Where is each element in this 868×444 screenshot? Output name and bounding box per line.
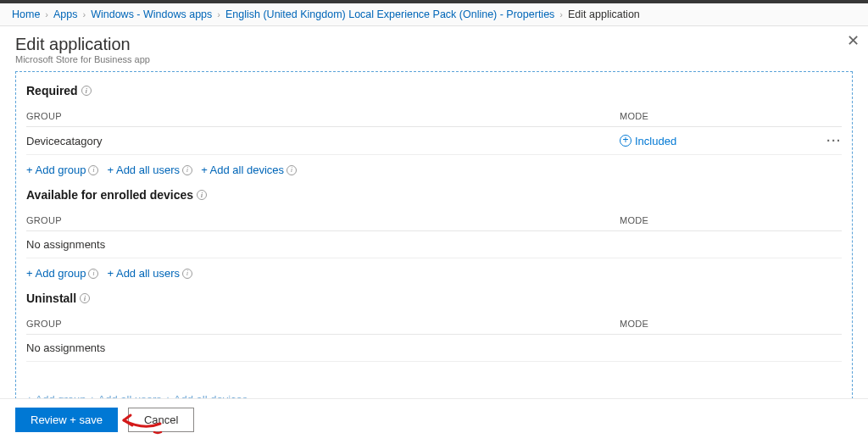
info-icon[interactable]: [81, 86, 92, 96]
assignments-scroll-area: Required GROUP MODE Devicecatagory Inclu…: [15, 71, 853, 403]
breadcrumb: Home › Apps › Windows - Windows apps › E…: [0, 3, 868, 26]
info-icon[interactable]: [182, 269, 192, 279]
no-assignments: No assignments: [26, 238, 620, 251]
table-row: No assignments: [26, 231, 842, 258]
required-label: Required: [26, 84, 78, 97]
breadcrumb-app-properties[interactable]: English (United Kingdom) Local Experienc…: [225, 8, 554, 20]
cancel-button[interactable]: Cancel: [128, 408, 194, 432]
chevron-right-icon: ›: [45, 9, 48, 19]
info-icon[interactable]: [197, 190, 207, 200]
col-group-header: GROUP: [26, 111, 620, 121]
review-save-button[interactable]: Review + save: [15, 408, 118, 432]
uninstall-label: Uninstall: [26, 291, 76, 305]
row-overflow-menu[interactable]: ···: [826, 134, 842, 147]
uninstall-table: GROUP MODE No assignments: [26, 314, 842, 362]
chevron-right-icon: ›: [83, 9, 86, 19]
page-subtitle: Microsoft Store for Business app: [15, 54, 853, 64]
add-all-users-link[interactable]: + Add all users: [107, 164, 192, 176]
required-table: GROUP MODE Devicecatagory Included ···: [26, 106, 842, 155]
section-available-title: Available for enrolled devices: [26, 188, 842, 202]
table-header: GROUP MODE: [26, 314, 842, 335]
breadcrumb-windows-apps[interactable]: Windows - Windows apps: [91, 8, 212, 20]
info-icon[interactable]: [287, 165, 297, 175]
panel-header: Edit application Microsoft Store for Bus…: [0, 26, 868, 69]
table-header: GROUP MODE: [26, 210, 842, 231]
add-all-users-link[interactable]: + Add all users: [107, 267, 192, 280]
col-group-header: GROUP: [26, 215, 620, 225]
table-row: Devicecatagory Included ···: [26, 127, 842, 155]
included-icon: [620, 135, 632, 147]
col-mode-header: MODE: [620, 215, 808, 225]
col-group-header: GROUP: [26, 319, 620, 329]
section-required-title: Required: [26, 84, 842, 97]
available-table: GROUP MODE No assignments: [26, 210, 842, 258]
no-assignments: No assignments: [26, 341, 620, 354]
table-header: GROUP MODE: [26, 106, 842, 127]
section-uninstall-title: Uninstall: [26, 291, 842, 305]
available-actions: + Add group + Add all users: [26, 267, 842, 280]
breadcrumb-current: Edit application: [568, 8, 640, 20]
add-group-link[interactable]: + Add group: [26, 164, 98, 176]
breadcrumb-apps[interactable]: Apps: [53, 8, 78, 20]
assignment-group-name: Devicecatagory: [26, 135, 620, 147]
footer: Review + save Cancel: [0, 398, 868, 444]
mode-label: Included: [635, 135, 676, 147]
add-all-devices-link[interactable]: + Add all devices: [201, 164, 297, 176]
mode-dropdown[interactable]: Included: [620, 135, 676, 147]
info-icon[interactable]: [80, 293, 90, 303]
required-actions: + Add group + Add all users + Add all de…: [26, 164, 842, 176]
chevron-right-icon: ›: [559, 9, 563, 19]
col-mode-header: MODE: [620, 319, 808, 329]
info-icon[interactable]: [88, 269, 98, 279]
breadcrumb-home[interactable]: Home: [12, 8, 40, 20]
add-group-link[interactable]: + Add group: [26, 267, 98, 280]
info-icon[interactable]: [88, 165, 98, 175]
page-title: Edit application: [15, 35, 853, 54]
info-icon[interactable]: [182, 165, 192, 175]
available-label: Available for enrolled devices: [26, 188, 193, 202]
close-button[interactable]: ✕: [847, 33, 860, 48]
col-mode-header: MODE: [620, 111, 808, 121]
chevron-right-icon: ›: [217, 9, 220, 19]
table-row: No assignments: [26, 335, 842, 362]
